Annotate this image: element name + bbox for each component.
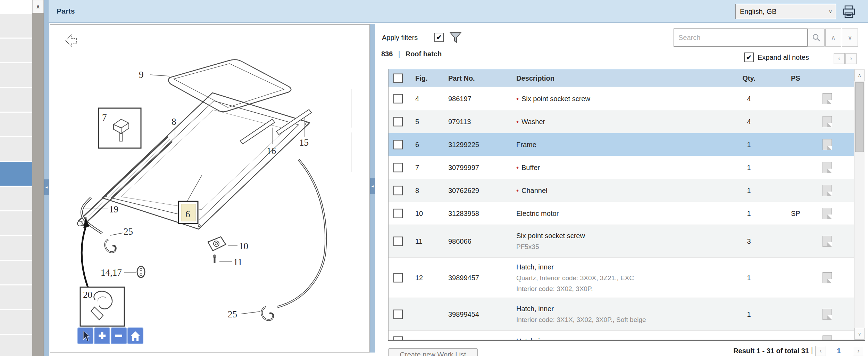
sidebar-item-selected[interactable]: [0, 162, 32, 186]
expand-notes-label: Expand all notes: [758, 54, 809, 62]
col-header-part[interactable]: Part No.: [448, 74, 511, 82]
notes-prev-button[interactable]: ‹: [834, 53, 845, 64]
sidebar-item[interactable]: [0, 187, 32, 210]
note-icon[interactable]: [823, 116, 832, 127]
row-checkbox[interactable]: [393, 140, 403, 149]
qty-cell: 1: [732, 140, 766, 148]
filter-button[interactable]: [449, 32, 462, 45]
callout-8[interactable]: 8: [172, 116, 176, 127]
note-icon[interactable]: [823, 335, 832, 341]
right-splitter-handle[interactable]: ◄: [370, 178, 375, 194]
table-row[interactable]: 12 39899457 Hatch, inner Quartz, Interio…: [389, 258, 855, 298]
variant-bullet-icon: •: [516, 186, 519, 194]
chevron-right-icon: ›: [850, 55, 852, 62]
callout-14-17[interactable]: 14,17: [101, 267, 122, 278]
sidebar-item[interactable]: [0, 211, 32, 235]
parts-diagram: 9 7 8: [50, 25, 369, 352]
language-select[interactable]: English, GB ∨: [735, 4, 836, 19]
callout-16[interactable]: 16: [267, 146, 276, 156]
sidebar-scroll-up-button[interactable]: ∧: [32, 0, 44, 13]
back-arrow-icon[interactable]: [66, 35, 77, 46]
notes-next-button[interactable]: ›: [845, 53, 857, 64]
col-header-qty[interactable]: Qty.: [732, 74, 766, 82]
table-row[interactable]: 10 31283958 Electric motor 1 SP: [389, 202, 855, 225]
diagram-toolbar: [78, 328, 143, 344]
table-scrollbar-thumb[interactable]: [855, 82, 864, 152]
sidebar-item[interactable]: [0, 39, 32, 62]
prev-page-button[interactable]: ‹: [815, 346, 826, 356]
col-header-desc[interactable]: Description: [516, 74, 738, 82]
callout-25-left[interactable]: 25: [124, 226, 133, 237]
col-header-ps[interactable]: PS: [791, 74, 819, 82]
table-row[interactable]: 11 986066 Six point socket screw PF5x35 …: [389, 225, 855, 258]
row-checkbox[interactable]: [393, 94, 403, 103]
row-checkbox[interactable]: [393, 273, 403, 282]
row-checkbox[interactable]: [393, 336, 403, 341]
callout-9[interactable]: 9: [139, 70, 144, 80]
callout-19[interactable]: 19: [109, 204, 118, 215]
sidebar-scrollbar[interactable]: [32, 0, 44, 356]
select-all-checkbox[interactable]: [393, 73, 403, 83]
table-row[interactable]: 5 979113 •Washer 4: [389, 110, 855, 133]
fig-cell: 12: [415, 274, 440, 282]
qty-cell: 1: [732, 274, 766, 282]
left-splitter[interactable]: [44, 0, 49, 356]
search-input[interactable]: [674, 29, 808, 47]
sidebar-item[interactable]: [0, 285, 32, 309]
row-checkbox[interactable]: [393, 236, 403, 246]
note-icon[interactable]: [823, 93, 832, 104]
table-scroll-down-button[interactable]: ∨: [854, 328, 865, 340]
row-checkbox[interactable]: [393, 163, 403, 172]
sidebar-item[interactable]: [0, 113, 32, 136]
table-row[interactable]: 7 30799997 •Buffer 1: [389, 156, 855, 179]
table-row[interactable]: 39899454 Hatch, inner Interior code: 3X1…: [389, 298, 855, 331]
callout-6-highlighted[interactable]: 6: [178, 201, 198, 224]
note-icon[interactable]: [823, 309, 832, 320]
row-checkbox[interactable]: [393, 309, 403, 319]
current-page[interactable]: 1: [831, 347, 847, 355]
callout-20[interactable]: 20: [83, 290, 92, 300]
qty-cell: 4: [732, 118, 766, 126]
callout-6-label: 6: [185, 209, 190, 219]
sidebar-item[interactable]: [0, 236, 32, 260]
sidebar-item[interactable]: [0, 310, 32, 334]
sidebar-item[interactable]: [0, 261, 32, 284]
left-splitter-handle[interactable]: ◄: [44, 179, 49, 195]
table-row-partial[interactable]: Hatch, inner: [389, 331, 855, 341]
row-checkbox[interactable]: [393, 186, 403, 195]
search-prev-button[interactable]: ∧: [825, 29, 841, 47]
table-row-selected[interactable]: 6 31299225 Frame 1: [389, 133, 855, 156]
col-header-fig[interactable]: Fig.: [415, 74, 440, 82]
note-icon[interactable]: [823, 185, 832, 196]
sidebar-item[interactable]: [0, 335, 32, 356]
row-checkbox[interactable]: [393, 117, 403, 126]
table-row[interactable]: 4 986197 •Six point socket screw 4: [389, 87, 855, 110]
sidebar-item[interactable]: [0, 137, 32, 161]
table-row[interactable]: 8 30762629 •Channel 1: [389, 179, 855, 202]
apply-filters-checkbox[interactable]: ✔: [434, 33, 444, 42]
note-icon[interactable]: [823, 272, 832, 283]
callout-7[interactable]: 7: [102, 112, 107, 123]
create-work-list-button[interactable]: Create new Work List: [388, 348, 478, 356]
expand-notes-checkbox[interactable]: ✔: [744, 52, 754, 62]
print-button[interactable]: [842, 5, 856, 21]
sidebar-item[interactable]: [0, 88, 32, 112]
note-icon[interactable]: [823, 208, 832, 219]
note-icon[interactable]: [823, 236, 832, 247]
next-page-button[interactable]: ›: [853, 346, 864, 356]
callout-25-bottom[interactable]: 25: [228, 309, 237, 319]
variant-bullet-icon: •: [516, 118, 519, 125]
callout-10[interactable]: 10: [239, 241, 248, 251]
callout-11[interactable]: 11: [233, 257, 242, 267]
sidebar-item[interactable]: [0, 14, 32, 38]
table-scroll-up-button[interactable]: ∧: [854, 69, 865, 81]
variant-bullet-icon: •: [516, 163, 519, 171]
note-icon[interactable]: [823, 162, 832, 173]
search-next-button[interactable]: ∨: [842, 29, 858, 47]
row-checkbox[interactable]: [393, 209, 403, 218]
search-button[interactable]: [808, 29, 825, 47]
callout-15[interactable]: 15: [299, 137, 309, 148]
sidebar-item[interactable]: [0, 63, 32, 87]
table-scrollbar[interactable]: ∧ ∨: [854, 69, 865, 340]
note-icon[interactable]: [823, 139, 832, 150]
